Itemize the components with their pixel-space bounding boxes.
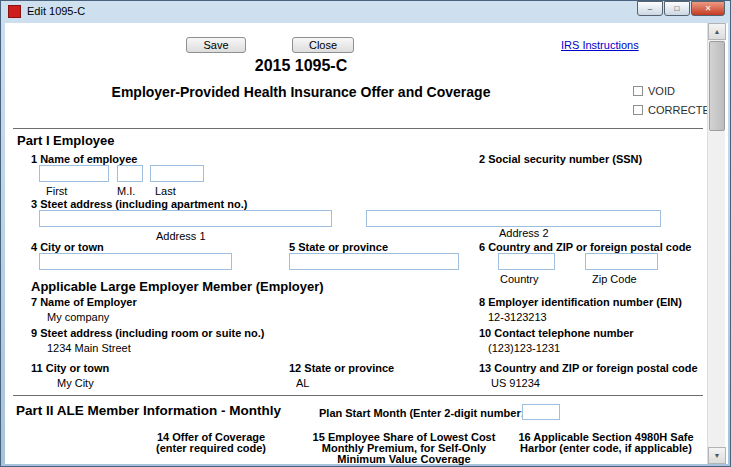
employer-city-label: 11 City or town: [31, 362, 109, 374]
window-title: Edit 1095-C: [27, 5, 85, 17]
employer-phone-value: (123)123-1231: [488, 342, 560, 354]
employer-name-label: 7 Name of Employer: [31, 296, 137, 308]
employer-ein-label: 8 Employer identification number (EIN): [479, 296, 682, 308]
employee-zip-input[interactable]: [585, 253, 658, 270]
close-window-button[interactable]: ✕: [691, 1, 725, 16]
col16-header: 16 Applicable Section 4980H Safe Harbor …: [506, 432, 706, 454]
first-label: First: [46, 185, 67, 197]
maximize-button[interactable]: □: [664, 1, 690, 16]
save-button[interactable]: Save: [186, 37, 246, 53]
employee-countryzip-label: 6 Country and ZIP or foreign postal code: [479, 241, 692, 253]
close-form-button[interactable]: Close: [292, 37, 354, 53]
minimize-button[interactable]: –: [637, 1, 663, 16]
plan-start-month-label: Plan Start Month (Enter 2-digit number:): [319, 407, 528, 419]
employee-state-label: 5 State or province: [289, 241, 388, 253]
employer-state-value: AL: [296, 377, 309, 389]
scrollbar-thumb[interactable]: [709, 41, 725, 131]
employer-heading: Applicable Large Employer Member (Employ…: [31, 279, 324, 294]
void-label: VOID: [648, 85, 675, 97]
last-label: Last: [155, 185, 176, 197]
employee-country-input[interactable]: [498, 253, 555, 270]
caption-buttons: – □ ✕: [636, 1, 725, 16]
part2-divider: [13, 395, 703, 396]
zip-label: Zip Code: [592, 273, 637, 285]
employer-city-value: My City: [57, 377, 94, 389]
part1-heading: Part I Employee: [17, 133, 115, 148]
edit-1095c-window: Edit 1095-C – □ ✕ Save Close IRS Instruc…: [0, 0, 731, 467]
address2-label: Address 2: [499, 227, 549, 239]
void-checkbox[interactable]: [633, 86, 643, 96]
corrected-checkbox[interactable]: [633, 105, 643, 115]
employee-state-input[interactable]: [289, 253, 459, 270]
employer-street-value: 1234 Main Street: [47, 342, 131, 354]
first-name-input[interactable]: [39, 165, 109, 182]
vertical-scrollbar[interactable]: ▲ ▼: [707, 23, 725, 464]
title-bar: Edit 1095-C – □ ✕: [1, 1, 731, 22]
maximize-icon: □: [675, 4, 680, 13]
plan-start-month-input[interactable]: [522, 404, 560, 420]
employer-country-label: 13 Country and ZIP or foreign postal cod…: [479, 362, 698, 374]
minimize-icon: –: [648, 4, 652, 13]
form-title: 2015 1095-C: [21, 57, 581, 75]
scroll-up-icon: ▲: [714, 28, 721, 35]
employer-street-label: 9 Steet address (including room or suite…: [31, 327, 264, 339]
address1-label: Address 1: [156, 230, 206, 242]
last-name-input[interactable]: [150, 165, 204, 182]
employee-street-label: 3 Steet address (including apartment no.…: [31, 198, 247, 210]
form-subtitle: Employer-Provided Health Insurance Offer…: [21, 84, 581, 100]
part2-heading: Part II ALE Member Information - Monthly: [16, 403, 281, 418]
scrollbar-up-button[interactable]: ▲: [708, 23, 726, 40]
employer-state-label: 12 State or province: [289, 362, 394, 374]
col14-header: 14 Offer of Coverage (enter required cod…: [116, 432, 306, 454]
address1-input[interactable]: [39, 210, 332, 227]
employee-city-input[interactable]: [39, 253, 232, 270]
irs-instructions-link[interactable]: IRS Instructions: [561, 39, 639, 51]
country-label: Country: [500, 273, 539, 285]
employee-city-label: 4 City or town: [31, 241, 104, 253]
middle-initial-input[interactable]: [117, 165, 143, 182]
employer-name-value: My company: [47, 311, 109, 323]
close-icon: ✕: [705, 4, 712, 13]
ssn-label: 2 Social security number (SSN): [479, 153, 642, 165]
employer-country-value: US 91234: [491, 377, 540, 389]
col15-header: 15 Employee Share of Lowest Cost Monthly…: [309, 432, 499, 465]
employer-phone-label: 10 Contact telephone number: [479, 327, 634, 339]
part1-divider: [13, 128, 703, 129]
scrollbar-down-button[interactable]: ▼: [708, 447, 726, 464]
app-icon: [8, 5, 21, 18]
employer-ein-value: 12-3123213: [488, 311, 547, 323]
scroll-down-icon: ▼: [714, 452, 721, 459]
address2-input[interactable]: [366, 210, 661, 227]
mi-label: M.I.: [117, 185, 135, 197]
employee-name-label: 1 Name of employee: [31, 153, 137, 165]
